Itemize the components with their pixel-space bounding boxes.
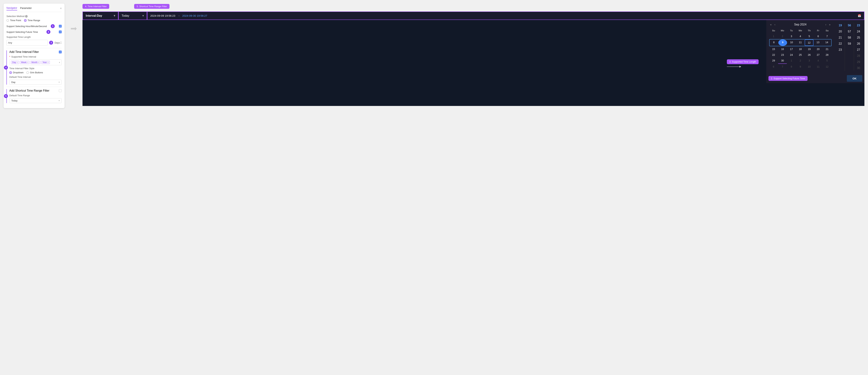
annotation-label-3-wrapper: 3. Supported Time Length <box>727 59 759 68</box>
tab-navigator[interactable]: Navigator <box>6 6 17 10</box>
time-length-input[interactable] <box>6 40 48 45</box>
supported-interval-label: * Supported Time Interval <box>9 55 62 58</box>
close-button[interactable]: × <box>60 7 62 10</box>
add-shortcut-label: Add Shortcut Time Range Filter <box>9 89 49 92</box>
tag-week: Week × <box>20 61 29 64</box>
radio-circle-time-range <box>24 19 27 22</box>
time-picker: 19 20 21 22 23 56 57 58 59 <box>834 20 864 74</box>
cal-cell[interactable]: 5 <box>805 33 814 39</box>
cal-cell[interactable]: 21 <box>823 46 832 52</box>
radio-grin[interactable]: Grin Buttons <box>26 71 43 74</box>
cal-cell[interactable]: 2 <box>778 33 787 39</box>
calendar-time-area: 1. Support Selecting H/M/S « ‹ Sep 2024 <box>766 20 864 106</box>
prev-year-btn[interactable]: « <box>769 23 773 26</box>
cal-cell[interactable]: 8 <box>787 64 796 69</box>
cal-cell[interactable]: 7 <box>778 64 787 69</box>
selection-method-label: Selection Method i <box>6 15 62 18</box>
cal-cell[interactable]: 26 <box>805 52 814 58</box>
cal-cell[interactable]: 15 <box>769 46 778 52</box>
default-interval-select[interactable]: Day ▾ <box>9 80 62 85</box>
cal-cell[interactable]: 2 <box>796 58 805 64</box>
cal-cell[interactable]: 14 <box>822 39 831 46</box>
cal-cell-selected[interactable]: 12 <box>805 39 813 46</box>
cal-cell[interactable]: 27 <box>814 52 823 58</box>
interval-style-section: Time Interval Filter Style Dropdown Grin… <box>9 67 62 74</box>
dark-area <box>83 20 766 106</box>
badge-1: 1 <box>51 24 55 28</box>
next-month-btn[interactable]: › <box>824 23 827 26</box>
cal-cell[interactable]: 29 <box>769 58 778 64</box>
add-shortcut-checkbox[interactable] <box>59 89 62 92</box>
cal-weekday-headers: Su Mo Tu We Th Fr Sa <box>769 29 832 33</box>
cal-cell[interactable]: 11 <box>796 39 805 46</box>
cal-cell[interactable]: 8 <box>770 39 778 46</box>
cal-cell-end[interactable]: 30 <box>778 58 787 64</box>
cal-cell[interactable]: 10 <box>787 39 796 46</box>
date-range-input[interactable]: 2024-09-09 19:56:23 → 2024-09-30 19:56:2… <box>147 11 864 20</box>
cal-cell[interactable]: 10 <box>805 64 814 69</box>
start-date: 2024-09-09 19:56:23 <box>150 14 175 17</box>
cal-cell[interactable]: 16 <box>778 46 787 52</box>
hours-col[interactable]: 19 20 21 22 23 <box>837 23 844 71</box>
cal-cell[interactable]: 3 <box>787 33 796 39</box>
support-future-label: Support Selecting Future Time <box>6 31 38 33</box>
cal-cell[interactable]: 1 <box>769 33 778 39</box>
cal-cell[interactable]: 22 <box>769 52 778 58</box>
annotation-label-2: 2. Support Selecting Future Time <box>769 76 808 81</box>
cal-cell[interactable]: 11 <box>814 64 823 69</box>
interval-select[interactable]: Interval:Day ▾ <box>83 11 118 20</box>
radio-time-range[interactable]: Time Range <box>24 19 40 22</box>
default-time-range-select[interactable]: Today ▾ <box>9 98 62 103</box>
next-year-btn[interactable]: » <box>828 23 832 26</box>
cal-cell[interactable]: 20 <box>814 46 823 52</box>
cal-cell[interactable]: 17 <box>787 46 796 52</box>
arrow-section <box>68 25 79 32</box>
tag-month: Month × <box>30 61 40 64</box>
shortcut-select[interactable]: Today ▾ <box>118 11 147 20</box>
cal-cell[interactable]: 7 <box>823 33 832 39</box>
cal-cell[interactable]: 6 <box>814 33 823 39</box>
cal-cell[interactable]: 13 <box>813 39 822 46</box>
cal-cell[interactable]: 25 <box>796 52 805 58</box>
minutes-col[interactable]: 56 57 58 59 <box>845 23 853 71</box>
support-hms-checkbox[interactable] <box>59 25 62 28</box>
interval-style-group: Dropdown Grin Buttons <box>9 71 62 74</box>
cal-cell[interactable]: 3 <box>805 58 814 64</box>
radio-dropdown[interactable]: Dropdown <box>9 71 24 74</box>
radio-time-point[interactable]: Time Point <box>6 19 21 22</box>
support-future-checkbox[interactable] <box>59 30 62 33</box>
cal-cell[interactable]: 12 <box>823 64 832 69</box>
tag-year: Year × <box>41 61 50 64</box>
cal-cell[interactable]: 23 <box>778 52 787 58</box>
radio-circle-time-point <box>6 19 9 22</box>
days-stepper[interactable]: ▲ ▼ <box>60 41 62 44</box>
cal-cell[interactable]: 19 <box>805 46 814 52</box>
tab-parameter[interactable]: Parameter <box>20 7 32 10</box>
main-content: 1. Support Selecting H/M/S « ‹ Sep 2024 <box>83 20 864 106</box>
cal-cell[interactable]: 5 <box>823 58 832 64</box>
right-panel: 4. Time Interval Filter 5. Shortcut Time… <box>83 4 864 106</box>
cal-week-5: 29 30 1 2 3 4 5 <box>769 58 832 64</box>
tag-select-arrow: ▾ <box>59 61 60 64</box>
ok-button[interactable]: OK <box>847 75 863 82</box>
seconds-col[interactable]: 23 24 25 26 27 28 29 30 <box>855 23 862 71</box>
cal-cell[interactable]: 4 <box>814 58 823 64</box>
cal-cell-today[interactable]: 9 <box>778 39 787 46</box>
svg-marker-2 <box>739 66 741 68</box>
add-time-interval-row: Add Time Interval Filter <box>9 50 62 54</box>
annotation-label-4: 4. Time Interval Filter <box>83 4 109 9</box>
left-panel: Navigator Parameter × Selection Method i… <box>4 4 65 108</box>
cal-cell[interactable]: 28 <box>823 52 832 58</box>
cal-cell[interactable]: 1 <box>787 58 796 64</box>
cal-cell[interactable]: 4 <box>796 33 805 39</box>
time-interval-tags[interactable]: Day × Week × Month × Year × ▾ <box>9 60 62 65</box>
time-length-row: 3 Days ▲ ▼ <box>6 40 62 45</box>
add-time-interval-checkbox[interactable] <box>59 51 62 54</box>
annotation-label-3: 3. Supported Time Length <box>727 59 759 64</box>
cal-nav: « ‹ Sep 2024 › » <box>769 23 832 26</box>
cal-cell[interactable]: 9 <box>796 64 805 69</box>
cal-cell[interactable]: 24 <box>787 52 796 58</box>
cal-cell[interactable]: 18 <box>796 46 805 52</box>
prev-month-btn[interactable]: ‹ <box>773 23 776 26</box>
cal-cell[interactable]: 6 <box>769 64 778 69</box>
